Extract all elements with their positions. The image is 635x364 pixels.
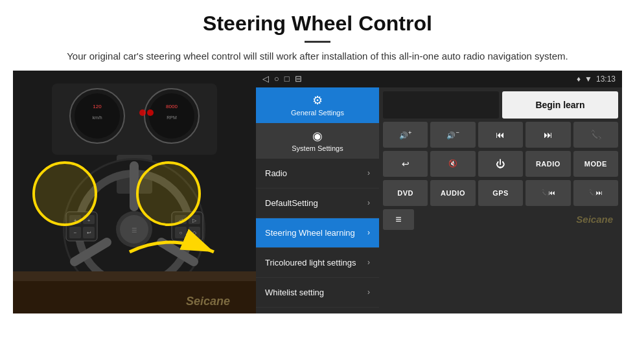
status-bar-right: ♦ ▼ 13:13 <box>577 74 616 84</box>
svg-text:↩: ↩ <box>87 230 91 236</box>
page-subtitle: Your original car's steering wheel contr… <box>26 49 609 64</box>
home-icon[interactable]: ○ <box>274 74 279 84</box>
power-icon: ⏻ <box>496 159 505 169</box>
steering-wheel-chevron: › <box>367 228 370 237</box>
next-track-button[interactable]: ⏭ <box>525 122 570 148</box>
volume-down-button[interactable]: 🔊− <box>430 122 475 148</box>
mode-label: MODE <box>584 160 607 168</box>
bottom-row: ≡ Seicane <box>383 209 618 230</box>
tab-general-settings[interactable]: ⚙ General Settings <box>256 87 379 123</box>
seicane-text: Seicane <box>576 214 613 225</box>
controls-panel: Begin learn 🔊+ 🔊− ⏮ <box>379 87 622 313</box>
begin-learn-button[interactable]: Begin learn <box>502 91 618 119</box>
svg-point-11 <box>147 109 154 116</box>
status-bar-left: ◁ ○ □ ⊟ <box>262 74 302 84</box>
radio-ctrl-label: RADIO <box>536 160 560 168</box>
arrow-svg <box>110 220 227 278</box>
tricoloured-label: Tricoloured light settings <box>265 258 356 267</box>
system-settings-label: System Settings <box>292 144 343 152</box>
phone-icon: 📞 <box>590 130 601 140</box>
svg-rect-40 <box>13 278 256 313</box>
steering-wheel-label: Steering Wheel learning <box>265 228 355 238</box>
volume-up-icon: 🔊+ <box>399 130 411 140</box>
time-display: 13:13 <box>596 74 616 84</box>
wifi-icon: ▼ <box>584 74 592 84</box>
list-icon: ≡ <box>395 214 401 225</box>
svg-text:8000: 8000 <box>166 104 178 109</box>
system-settings-icon: ◉ <box>312 129 323 143</box>
hang-up-icon: ↩ <box>402 159 410 169</box>
back-icon[interactable]: ◁ <box>262 74 269 84</box>
menu-item-defaultsetting[interactable]: DefaultSetting › <box>256 188 379 218</box>
controls-row-3: DVD AUDIO GPS 📞⏮ 📞⏭ <box>383 180 618 206</box>
mute-button[interactable]: 🔇 <box>430 151 475 177</box>
menu-item-radio[interactable]: Radio › <box>256 159 379 188</box>
svg-text:km/h: km/h <box>92 115 102 120</box>
prev-track-button[interactable]: ⏮ <box>478 122 523 148</box>
svg-text:−: − <box>74 230 77 236</box>
prev-track-icon: ⏮ <box>496 130 505 140</box>
empty-space <box>383 91 499 119</box>
svg-text:RPM: RPM <box>167 115 177 120</box>
whitelist-chevron: › <box>367 288 370 297</box>
highlight-left <box>32 161 97 226</box>
mode-button[interactable]: MODE <box>573 151 618 177</box>
mute-icon: 🔇 <box>448 159 457 168</box>
audio-label: AUDIO <box>441 189 465 197</box>
title-divider <box>305 41 330 43</box>
next-track-icon: ⏭ <box>544 130 553 140</box>
menu-item-steering-wheel[interactable]: Steering Wheel learning › <box>256 218 379 248</box>
settings-gear-icon: ⚙ <box>312 93 323 108</box>
gps-label: GPS <box>492 189 509 197</box>
controls-row-1: 🔊+ 🔊− ⏮ ⏭ 📞 <box>383 122 618 148</box>
dvd-label: DVD <box>397 189 413 197</box>
android-ui: ◁ ○ □ ⊟ ♦ ▼ 13:13 ⚙ General <box>256 71 622 313</box>
car-image-container: 120 km/h 8000 RPM <box>13 71 256 313</box>
hang-up-button[interactable]: ↩ <box>383 151 428 177</box>
phone-next-button[interactable]: 📞⏭ <box>573 180 618 206</box>
tricoloured-chevron: › <box>367 258 370 267</box>
begin-learn-row: Begin learn <box>383 91 618 119</box>
radio-label: Radio <box>265 168 287 178</box>
car-image-bg: 120 km/h 8000 RPM <box>13 71 256 313</box>
menu-list: Radio › DefaultSetting › Steering Wheel … <box>256 159 379 313</box>
radio-chevron: › <box>367 168 370 177</box>
seicane-brand: Seicane <box>417 209 618 230</box>
menu-item-whitelist[interactable]: Whitelist setting › <box>256 278 379 308</box>
svg-text:+: + <box>87 218 91 223</box>
volume-down-icon: 🔊− <box>446 130 459 140</box>
menu-item-tricoloured[interactable]: Tricoloured light settings › <box>256 248 379 278</box>
recents-icon[interactable]: □ <box>284 74 290 84</box>
power-button[interactable]: ⏻ <box>478 151 523 177</box>
page-title: Steering Wheel Control <box>26 12 609 36</box>
phone-next-icon: 📞⏭ <box>588 189 603 196</box>
volume-up-button[interactable]: 🔊+ <box>383 122 428 148</box>
phone-prev-button[interactable]: 📞⏮ <box>525 180 570 206</box>
gps-button[interactable]: GPS <box>478 180 523 206</box>
controls-row-2: ↩ 🔇 ⏻ RADIO MODE <box>383 151 618 177</box>
phone-prev-icon: 📞⏮ <box>541 189 555 196</box>
defaultsetting-label: DefaultSetting <box>265 198 318 208</box>
menu-icon[interactable]: ⊟ <box>295 74 302 84</box>
tab-system-settings[interactable]: ◉ System Settings <box>256 123 379 159</box>
nav-panel: ⚙ General Settings ◉ System Settings Rad… <box>256 87 379 313</box>
general-settings-label: General Settings <box>291 109 344 117</box>
audio-button[interactable]: AUDIO <box>430 180 475 206</box>
status-bar: ◁ ○ □ ⊟ ♦ ▼ 13:13 <box>256 71 622 87</box>
svg-text:120: 120 <box>93 104 102 109</box>
radio-ctrl-button[interactable]: RADIO <box>525 151 570 177</box>
list-icon-button[interactable]: ≡ <box>383 209 414 230</box>
content-area: 120 km/h 8000 RPM <box>0 71 635 313</box>
dvd-button[interactable]: DVD <box>383 180 428 206</box>
page-header: Steering Wheel Control Your original car… <box>0 0 635 71</box>
page-wrapper: Steering Wheel Control Your original car… <box>0 0 635 313</box>
svg-point-10 <box>139 109 146 116</box>
main-panel: ⚙ General Settings ◉ System Settings Rad… <box>256 87 622 313</box>
defaultsetting-chevron: › <box>367 198 370 207</box>
phone-button[interactable]: 📞 <box>573 122 618 148</box>
highlight-right <box>136 161 201 226</box>
signal-icon: ♦ <box>577 74 581 84</box>
whitelist-label: Whitelist setting <box>265 288 324 297</box>
